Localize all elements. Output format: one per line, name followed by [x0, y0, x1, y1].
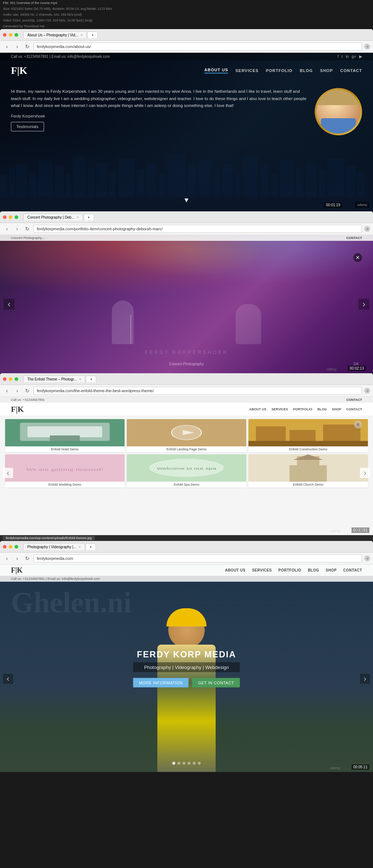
minimize-button-1[interactable]	[9, 33, 12, 37]
tab-2-concert[interactable]: Concert Photography | Deb... ×	[23, 214, 83, 220]
hero-nav-about[interactable]: ABOUT US	[225, 568, 246, 572]
gplus-icon[interactable]: g+	[352, 54, 356, 59]
tab-1-about[interactable]: About Us – Photography | Vid... ×	[23, 31, 87, 38]
address-bar-3[interactable]: ferdykorpmedia.com/the-enfold-theme-the-…	[34, 387, 362, 395]
enfold-church-item[interactable]: Enfold Church Demo	[248, 454, 368, 487]
tab-4-home[interactable]: Photography | Videography |... ×	[23, 543, 85, 550]
enfold-hotel-item[interactable]: Enfold Hotel Demo	[5, 419, 125, 452]
enfold-nav-portfolio[interactable]: PORTFOLIO	[293, 407, 313, 411]
nav-contact[interactable]: CONTACT	[340, 68, 362, 73]
back-button-4[interactable]: ‹	[3, 554, 11, 562]
enfold-contact-nav[interactable]: CONTACT	[346, 398, 362, 402]
svg-rect-15	[168, 155, 186, 197]
nav-portfolio[interactable]: PORTFOLIO	[266, 68, 292, 73]
dot-4[interactable]	[188, 762, 191, 765]
address-bar-4[interactable]: ferdykorpmedia.com	[34, 554, 362, 562]
enfold-site-header: F|K ABOUT US SERVICES PORTFOLIO BLOG SHO…	[0, 403, 373, 416]
maximize-button-2[interactable]	[15, 215, 18, 219]
nav-shop[interactable]: SHOP	[320, 68, 333, 73]
enfold-nav-shop[interactable]: SHOP	[332, 407, 341, 411]
dot-1[interactable]	[172, 762, 175, 765]
enfold-nav-contact[interactable]: CONTACT	[346, 407, 362, 411]
linkedin-icon[interactable]: in	[346, 54, 349, 59]
close-button-2[interactable]	[3, 215, 7, 219]
more-info-button[interactable]: MORE INFORMATION	[133, 678, 188, 688]
scroll-down-arrow[interactable]: ▼	[183, 196, 190, 204]
close-overlay-button[interactable]: ×	[353, 253, 362, 262]
minimize-button-3[interactable]	[9, 377, 12, 381]
reload-button-4[interactable]: ↻	[23, 554, 31, 562]
hero-nav-contact[interactable]: CONTACT	[343, 568, 362, 572]
svg-rect-51	[290, 465, 327, 482]
maximize-button-3[interactable]	[15, 377, 18, 381]
reload-button-3[interactable]: ↻	[23, 387, 31, 395]
dot-3[interactable]	[182, 762, 185, 765]
bookmark-icon-4[interactable]: ☆	[364, 556, 370, 561]
close-button-4[interactable]	[3, 545, 7, 549]
hero-next-arrow[interactable]: ›	[360, 674, 370, 684]
enfold-spa-item[interactable]: Welcome to our spa Enfold Spa Demo	[127, 454, 246, 487]
tab-4-close[interactable]: ×	[79, 545, 81, 549]
hero-nav-services[interactable]: SERVICES	[252, 568, 272, 572]
forward-button-2[interactable]: ›	[13, 225, 21, 233]
back-button-3[interactable]: ‹	[3, 387, 11, 395]
nav-services[interactable]: SERVICES	[235, 68, 258, 73]
bookmark-icon-3[interactable]: ☆	[364, 388, 370, 394]
nav-blog[interactable]: BLOG	[300, 68, 313, 73]
facebook-icon[interactable]: f	[338, 54, 339, 59]
tab-2-new[interactable]: +	[84, 214, 94, 220]
hero-nav-blog[interactable]: BLOG	[308, 568, 319, 572]
forward-button-3[interactable]: ›	[13, 387, 21, 395]
dot-5[interactable]	[193, 762, 196, 765]
hero-nav-shop[interactable]: SHOP	[326, 568, 337, 572]
browser-2-actions: ☆	[364, 226, 370, 232]
enfold-nav-blog[interactable]: BLOG	[317, 407, 327, 411]
dot-2[interactable]	[177, 762, 180, 765]
nav-about-us[interactable]: ABOUT US	[204, 68, 228, 73]
tab-3-enfold[interactable]: The Enfold Theme – Photogr... ×	[23, 375, 85, 382]
enfold-close-button[interactable]: ×	[354, 421, 362, 429]
enfold-nav-services[interactable]: SERVICES	[271, 407, 288, 411]
forward-button-1[interactable]: ›	[13, 43, 21, 51]
close-button-3[interactable]	[3, 377, 7, 381]
maximize-button-1[interactable]	[15, 33, 18, 37]
bookmark-icon-1[interactable]: ☆	[364, 44, 370, 49]
browser-2-titlebar: Concert Photography | Deb... × +	[0, 211, 373, 223]
enfold-nav-about[interactable]: ABOUT US	[249, 407, 266, 411]
enfold-prev-arrow[interactable]: ‹	[3, 468, 13, 478]
performer-2	[236, 304, 261, 344]
minimize-button-2[interactable]	[9, 215, 12, 219]
back-button-1[interactable]: ‹	[3, 43, 11, 51]
tab-3-new[interactable]: +	[86, 376, 96, 382]
tab-1-close[interactable]: ×	[81, 33, 83, 37]
testimonials-button[interactable]: Testimonials	[11, 122, 44, 131]
bookmark-icon-2[interactable]: ☆	[364, 226, 370, 232]
dot-6[interactable]	[198, 762, 201, 765]
reload-button-1[interactable]: ↻	[23, 43, 31, 51]
hero-nav-portfolio[interactable]: PORTFOLIO	[278, 568, 301, 572]
hero-nav: ABOUT US SERVICES PORTFOLIO BLOG SHOP CO…	[225, 568, 362, 572]
enfold-landing-item[interactable]: Enfold Landing Page Demo	[127, 419, 246, 452]
enfold-construction-item[interactable]: Enfold Construction Demo	[248, 419, 368, 452]
contact-nav-concert[interactable]: CONTACT	[346, 236, 362, 240]
tab-4-new[interactable]: +	[86, 544, 96, 550]
twitter-icon[interactable]: t	[342, 54, 343, 59]
forward-button-4[interactable]: ›	[13, 554, 21, 562]
maximize-button-4[interactable]	[15, 545, 18, 549]
minimize-button-4[interactable]	[9, 545, 12, 549]
tab-2-close[interactable]: ×	[76, 215, 79, 219]
hero-prev-arrow[interactable]: ‹	[3, 674, 13, 684]
close-button-1[interactable]	[3, 33, 7, 37]
next-photo-arrow[interactable]: ›	[358, 299, 369, 310]
get-in-contact-button[interactable]: GET IN CONTACT	[192, 678, 240, 688]
youtube-icon[interactable]: ▶	[359, 54, 362, 59]
address-bar-2[interactable]: ferdykorpmedia.com/portfolio-item/concer…	[34, 225, 362, 233]
enfold-next-arrow[interactable]: ›	[360, 468, 370, 478]
tab-1-new[interactable]: +	[87, 32, 98, 38]
address-bar-1[interactable]: ferdykorpmedia.com/about-us/	[34, 43, 362, 51]
back-button-2[interactable]: ‹	[3, 225, 11, 233]
enfold-wedding-item[interactable]: We are getting married! Enfold Wedding D…	[5, 454, 125, 487]
prev-photo-arrow[interactable]: ‹	[4, 299, 15, 310]
tab-3-close[interactable]: ×	[79, 377, 81, 381]
reload-button-2[interactable]: ↻	[23, 225, 31, 233]
